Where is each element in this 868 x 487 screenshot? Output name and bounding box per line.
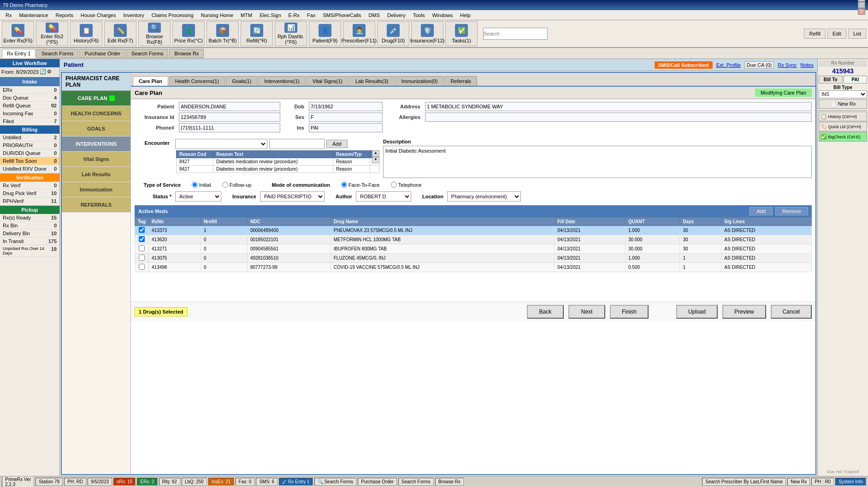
sidebar-item-dur[interactable]: DUR/DDI Queue 0: [0, 149, 59, 157]
med-checkbox-5[interactable]: [139, 264, 145, 270]
maximize-btn[interactable]: □: [858, 2, 865, 8]
menu-reports[interactable]: Reports: [52, 12, 77, 19]
sidebar-item-unbilled-rxv[interactable]: Unbilled RXV Done 0: [0, 165, 59, 173]
browse-rx-button[interactable]: 🔍 Browse Rx(F8): [138, 21, 171, 46]
drug-button[interactable]: 💉 Drug(F10): [377, 21, 409, 46]
nav-health-concerns[interactable]: HEALTH CONCERNS: [62, 106, 130, 121]
sidebar-item-drug-pick[interactable]: Drug Pick Verif 10: [0, 190, 59, 197]
phone-input[interactable]: [179, 123, 280, 132]
encounter-action-2[interactable]: [370, 166, 379, 173]
rph-dashb-button[interactable]: 📊 Rph Dashb.(^F6): [275, 21, 307, 46]
encounter-scroll-up[interactable]: ▲: [372, 150, 379, 157]
remove-med-button[interactable]: Remove: [775, 207, 808, 215]
med-row-2[interactable]: 413620 0 00185022101 METFORMIN HCL 1000M…: [135, 235, 812, 244]
encounter-scroll-down[interactable]: ▼: [372, 157, 379, 163]
menu-windows[interactable]: Windows: [428, 12, 456, 19]
ins-select[interactable]: INS: [819, 90, 867, 98]
list-top-btn[interactable]: List: [848, 29, 866, 39]
menu-mtm[interactable]: MTM: [237, 12, 256, 19]
med-checkbox-4[interactable]: [139, 255, 145, 261]
med-checkbox-1[interactable]: [139, 227, 145, 233]
radio-telephone[interactable]: [391, 182, 397, 188]
sidebar-item-unbilled[interactable]: Unbilled 2: [0, 134, 59, 142]
inner-tab-immunization[interactable]: Immunization(0): [396, 76, 444, 86]
nav-immunization[interactable]: Immunization: [62, 182, 130, 197]
menu-erx[interactable]: E-Rx: [285, 12, 303, 19]
search-forms-status-1[interactable]: 🔍 Search Forms: [314, 478, 357, 486]
ins-input[interactable]: [309, 123, 383, 132]
sidebar-item-erx[interactable]: ERx 0: [0, 86, 59, 94]
address-input[interactable]: [425, 102, 812, 111]
finish-button[interactable]: Finish: [610, 305, 649, 319]
med-tag-4[interactable]: [135, 254, 149, 263]
sidebar-item-doc-queue[interactable]: Doc Queue 4: [0, 94, 59, 102]
tab-search-forms-2[interactable]: Search Forms: [126, 49, 168, 58]
radio-face[interactable]: [341, 182, 347, 188]
menu-fax[interactable]: Fax: [303, 12, 319, 19]
radio-initial[interactable]: [192, 182, 198, 188]
inner-tab-vital-signs[interactable]: Vital Signs(1): [307, 76, 348, 86]
sex-input[interactable]: [309, 113, 383, 122]
sidebar-item-refill-too-soon[interactable]: Refill Too Soon 0: [0, 157, 59, 165]
med-row-1[interactable]: 413373 1 00006489400 PNEUMOVAX 23 575MCG…: [135, 226, 812, 235]
bill-to-button[interactable]: Bill To: [819, 76, 843, 83]
preview-button[interactable]: Preview: [722, 305, 766, 319]
menu-sms[interactable]: SMS/PhoneCalls: [319, 12, 365, 19]
sidebar-item-incoming-fax[interactable]: Incoming Fax 0: [0, 110, 59, 118]
encounter-add-button[interactable]: Add: [326, 140, 348, 148]
sidebar-item-in-transit[interactable]: In Transit 175: [0, 238, 59, 245]
cancel-button[interactable]: Cancel: [771, 305, 812, 319]
inner-tab-lab-results[interactable]: Lab Results(3): [349, 76, 395, 86]
quick-lbl-button[interactable]: 🏷️ Quick Lbl (Ctrl+H): [819, 122, 867, 131]
next-button[interactable]: Next: [568, 305, 605, 319]
menu-tools[interactable]: Tools: [409, 12, 429, 19]
upload-button[interactable]: Upload: [676, 305, 718, 319]
menu-help[interactable]: Help: [456, 12, 474, 19]
browse-rx-status[interactable]: Browse Rx: [435, 478, 464, 486]
allergies-input[interactable]: [425, 113, 812, 122]
tasks-button[interactable]: ✅ Tasks(1): [445, 21, 478, 46]
radio-follow-up-label[interactable]: Follow-up: [222, 182, 252, 188]
sidebar-item-refill-queue[interactable]: Refill Queue 92: [0, 102, 59, 110]
radio-telephone-label[interactable]: Telephone: [391, 182, 422, 188]
nav-care-plan[interactable]: CARE PLAN: [62, 91, 130, 106]
med-tag-2[interactable]: [135, 235, 149, 244]
settings-icon[interactable]: ⚙: [47, 69, 52, 75]
med-tag-3[interactable]: [135, 244, 149, 254]
menu-delivery[interactable]: Delivery: [384, 12, 409, 19]
sidebar-item-rxs-ready[interactable]: Rx(s) Ready 15: [0, 214, 59, 222]
nav-referrals[interactable]: REFERRALS: [62, 197, 130, 213]
prescriber-button[interactable]: 👨‍⚕️ Prescriber(F11): [343, 21, 375, 46]
radio-initial-label[interactable]: Initial: [192, 182, 211, 188]
enter-rx2-button[interactable]: 💊 Enter Rx2 (^F5): [36, 21, 68, 46]
new-rx-button[interactable]: 📄 New Rx: [819, 99, 867, 109]
med-checkbox-2[interactable]: [139, 236, 145, 242]
med-tag-5[interactable]: [135, 263, 149, 272]
location-select[interactable]: Pharmacy (environment) Home Clinic: [447, 191, 521, 202]
nav-lab-results[interactable]: Lab Results: [62, 167, 130, 182]
close-btn[interactable]: ×: [858, 8, 865, 15]
sidebar-item-rx-verif[interactable]: Rx Verif 0: [0, 182, 59, 190]
nav-interventions[interactable]: INTERVENTIONS: [62, 137, 130, 152]
search-forms-status-2[interactable]: Search Forms: [398, 478, 434, 486]
patient-button[interactable]: 👤 Patient(F9): [309, 21, 341, 46]
add-med-button[interactable]: Add: [750, 207, 773, 215]
menu-rx[interactable]: Rx: [2, 12, 15, 19]
description-area[interactable]: Initial Diabetic Assessment: [383, 146, 812, 178]
sidebar-item-filed[interactable]: Filed 7: [0, 118, 59, 125]
new-rx-label[interactable]: New Rx: [787, 478, 810, 486]
tab-purchase-order[interactable]: Purchase Order: [79, 49, 125, 58]
refill-top-btn[interactable]: Refill: [804, 29, 825, 39]
status-select[interactable]: Active Inactive Completed: [175, 191, 221, 202]
edit-top-btn[interactable]: Edit: [827, 29, 846, 39]
tab-search-forms-1[interactable]: Search Forms: [36, 49, 78, 58]
radio-follow-up[interactable]: [222, 182, 228, 188]
nav-goals[interactable]: GOALS: [62, 121, 130, 137]
nav-vital-signs[interactable]: Vital Signs: [62, 152, 130, 167]
med-row-5[interactable]: 413498 0 80777273-99 COVID-19 VACCINE 57…: [135, 263, 812, 272]
med-row-4[interactable]: 413075 0 49281036510 FLUZONE 45MCG/0. IN…: [135, 254, 812, 263]
tab-browse-rx[interactable]: Browse Rx: [169, 49, 204, 58]
sidebar-item-delivery-bin[interactable]: Delivery Bin 10: [0, 230, 59, 238]
menu-dms[interactable]: DMS: [365, 12, 384, 19]
ext-profile-link[interactable]: Ext. Profile: [716, 62, 741, 68]
